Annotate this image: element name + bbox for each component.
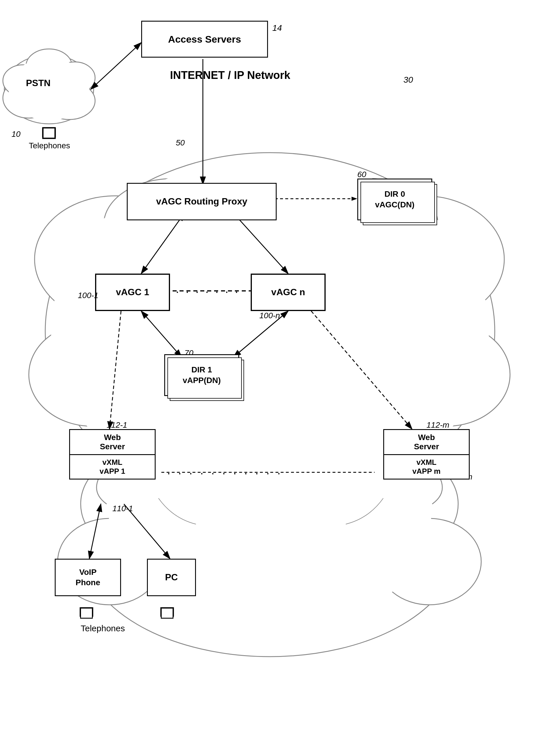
svg-point-9: [9, 58, 89, 120]
pstn-label: PSTN: [26, 78, 51, 88]
pstn-id-label: 10: [12, 130, 21, 139]
dots-vagc: · · · · · · ·: [176, 285, 240, 298]
voip-telephone-icon: [80, 608, 93, 619]
web-server-1-group: WebServer vXMLvAPP 1: [69, 429, 156, 480]
web-server-m-bottom: vXMLvAPP m: [384, 455, 469, 479]
svg-line-33: [141, 311, 182, 357]
vagc1-box: vAGC 1: [95, 273, 170, 311]
web-server-m-top: WebServer: [384, 430, 469, 455]
internet-id: 30: [403, 75, 413, 85]
vagc-routing-proxy-box: vAGC Routing Proxy: [127, 183, 277, 220]
web-server-1-group-id: 110-1: [112, 504, 133, 513]
svg-point-8: [55, 62, 95, 94]
pc-box: PC: [147, 559, 196, 596]
svg-line-35: [109, 311, 121, 429]
svg-line-25: [91, 43, 141, 89]
label-50: 50: [176, 138, 185, 148]
access-servers-box: Access Servers: [141, 21, 268, 57]
telephones-bottom-label: Telephones: [81, 623, 125, 633]
svg-point-14: [383, 323, 510, 426]
web-server-m-id: 112-m: [427, 420, 449, 430]
svg-line-37: [89, 504, 101, 559]
dir1-box: DIR 1vAPP(DN): [164, 354, 239, 396]
vagcn-box: vAGC n: [251, 273, 326, 311]
svg-point-3: [4, 55, 94, 124]
vagcn-id: 100-n: [259, 311, 280, 320]
telephones-top-label: Telephones: [29, 141, 70, 150]
voip-phone-box: VoIPPhone: [55, 559, 121, 596]
svg-marker-32: [351, 197, 357, 201]
pstn-telephone-icon: [43, 128, 55, 139]
web-server-1-top: WebServer: [70, 430, 155, 455]
internet-label: INTERNET / IP Network: [170, 69, 290, 81]
svg-line-29: [141, 213, 185, 273]
web-server-1-id: 112-1: [107, 420, 127, 430]
dir0-id: 60: [357, 170, 366, 179]
svg-point-13: [29, 323, 156, 426]
vagc1-id: 100-1: [78, 291, 98, 300]
svg-point-23: [377, 518, 481, 605]
dots-web-servers: · · · · · · · · · · ·: [167, 467, 283, 480]
dir0-box: DIR 0vAGC(DN): [357, 178, 432, 220]
svg-line-30: [233, 213, 288, 273]
web-server-1-bottom: vXMLvAPP 1: [70, 455, 155, 479]
access-servers-id: 14: [272, 23, 282, 33]
diagram-container: PSTN 10 Telephones Access Servers 14 INT…: [0, 0, 540, 756]
svg-point-24: [109, 420, 431, 628]
svg-line-36: [311, 311, 412, 429]
svg-point-5: [43, 82, 95, 120]
web-server-m-group: WebServer vXMLvAPP m: [383, 429, 470, 480]
diagram-svg: [0, 0, 540, 756]
pc-telephone-icon: [161, 608, 174, 619]
